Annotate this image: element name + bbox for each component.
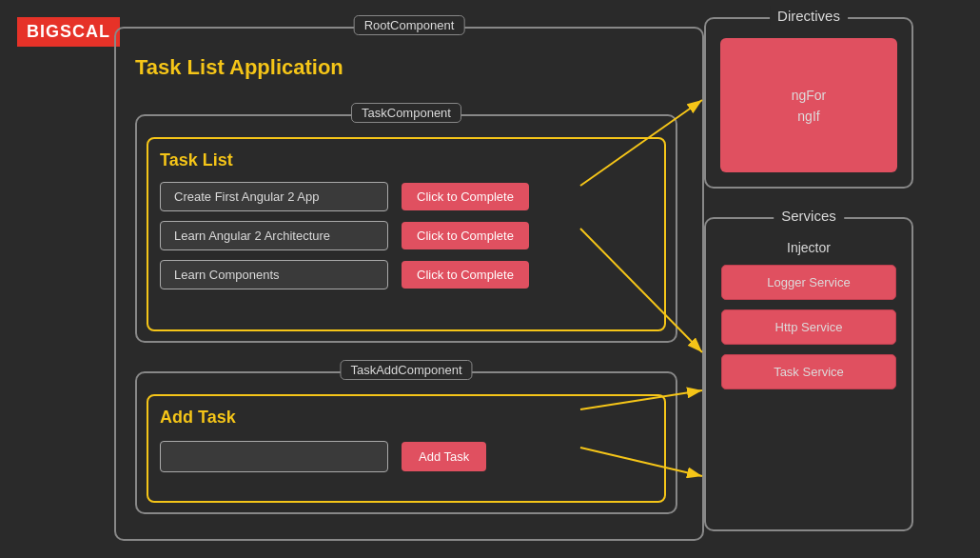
app-title: Task List Application [135,55,702,80]
directive-item-ngif: ngIf [797,109,819,124]
services-inner: Logger Service Http Service Task Service [706,265,911,389]
logo-text: BIGSCAL [27,22,110,41]
task-name-button-3[interactable]: Learn Components [160,260,388,289]
complete-button-3[interactable]: Click to Complete [402,261,529,289]
injector-label: Injector [706,240,911,255]
add-task-button[interactable]: Add Task [402,442,486,471]
add-task-inner-box: Add Task Add Task [147,394,666,503]
task-service-button[interactable]: Task Service [721,354,896,389]
root-component-label: RootComponent [354,15,465,35]
root-component-box: RootComponent Task List Application Task… [114,27,704,541]
add-task-row: Add Task [160,441,653,472]
logger-service-button[interactable]: Logger Service [721,265,896,300]
add-task-input[interactable] [160,441,388,472]
taskadd-component-label: TaskAddComponent [340,360,472,380]
complete-button-1[interactable]: Click to Complete [402,183,529,210]
task-component-label: TaskComponent [351,103,461,123]
taskadd-component-box: TaskAddComponent Add Task Add Task [135,371,677,514]
services-label: Services [774,206,844,226]
task-row: Learn Angular 2 Architecture Click to Co… [160,221,653,250]
task-list-title: Task List [160,150,653,170]
task-name-button-2[interactable]: Learn Angular 2 Architecture [160,221,388,250]
task-row: Create First Angular 2 App Click to Comp… [160,182,653,211]
services-box: Services Injector Logger Service Http Se… [704,217,913,531]
task-row: Learn Components Click to Complete [160,260,653,289]
complete-button-2[interactable]: Click to Complete [402,222,529,249]
directives-label: Directives [770,6,848,26]
http-service-button[interactable]: Http Service [721,309,896,345]
task-component-box: TaskComponent Task List Create First Ang… [135,114,677,343]
directives-box: Directives ngFor ngIf [704,17,913,189]
directive-item-ngfor: ngFor [792,88,827,103]
logo: BIGSCAL [17,17,120,47]
add-task-title: Add Task [160,408,653,428]
directives-inner: ngFor ngIf [720,38,897,172]
task-name-button-1[interactable]: Create First Angular 2 App [160,182,388,211]
task-list-inner-box: Task List Create First Angular 2 App Cli… [147,137,666,331]
